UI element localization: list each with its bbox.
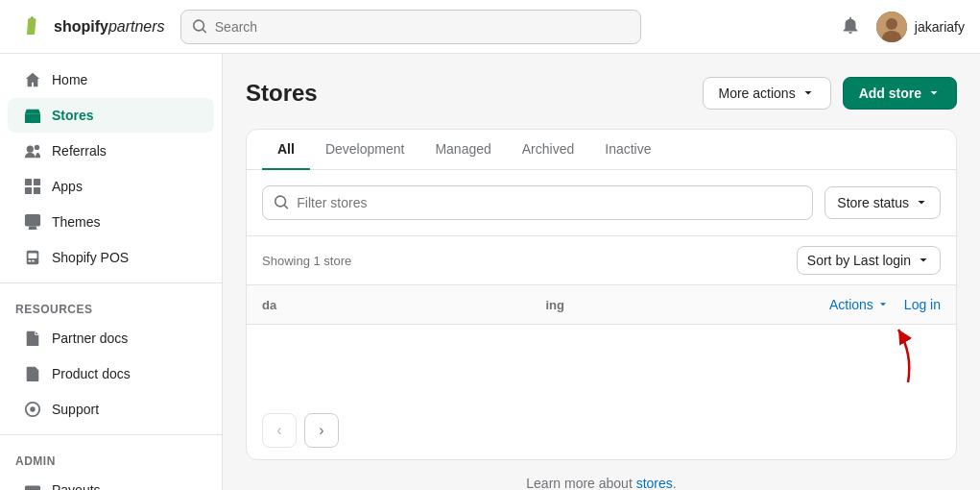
notification-bell-icon[interactable] xyxy=(840,14,861,38)
layout: Home Stores Referrals Apps Themes xyxy=(0,54,980,490)
sidebar-item-home[interactable]: Home xyxy=(8,62,214,97)
page-title: Stores xyxy=(246,80,318,107)
annotation-arrow-svg xyxy=(822,315,937,392)
footer-text: Learn more about stores. xyxy=(246,460,957,490)
tabs-bar: All Development Managed Archived Inactiv… xyxy=(247,130,956,170)
add-store-button[interactable]: Add store xyxy=(843,77,957,110)
stores-link[interactable]: stores xyxy=(636,476,673,490)
sidebar-label-themes: Themes xyxy=(52,214,101,230)
apps-icon xyxy=(23,177,42,196)
more-actions-button[interactable]: More actions xyxy=(703,77,831,110)
sidebar-item-shopify-pos[interactable]: Shopify POS xyxy=(8,240,214,275)
svg-rect-19 xyxy=(25,486,40,491)
showing-label: Showing 1 store xyxy=(262,254,351,268)
topnav-right: jakariafy xyxy=(840,12,965,42)
sidebar-label-partner-docs: Partner docs xyxy=(52,331,128,346)
logo: shopifypartners xyxy=(15,12,165,42)
tab-all[interactable]: All xyxy=(262,130,310,170)
sidebar-divider-1 xyxy=(0,282,222,283)
sidebar-item-product-docs[interactable]: Product docs xyxy=(8,356,214,391)
sidebar-label-stores: Stores xyxy=(52,108,94,123)
sidebar-label-pos: Shopify POS xyxy=(52,250,129,265)
svg-point-18 xyxy=(30,406,35,411)
docs-icon xyxy=(23,329,42,348)
stores-card: All Development Managed Archived Inactiv… xyxy=(246,129,957,460)
sidebar-item-referrals[interactable]: Referrals xyxy=(8,134,214,168)
svg-point-6 xyxy=(27,146,34,153)
page-header-actions: More actions Add store xyxy=(703,77,958,110)
svg-rect-11 xyxy=(34,187,40,194)
sidebar-item-themes[interactable]: Themes xyxy=(8,205,214,239)
main-content: Stores More actions Add store All Develo… xyxy=(223,54,980,490)
pagination-prev-button[interactable]: ‹ xyxy=(262,413,297,448)
store-status-button[interactable]: Store status xyxy=(825,186,941,219)
sidebar-label-home: Home xyxy=(52,72,87,87)
svg-point-7 xyxy=(35,145,39,150)
page-header: Stores More actions Add store xyxy=(246,77,957,110)
product-docs-icon xyxy=(23,364,42,383)
pos-icon xyxy=(23,248,42,267)
arrow-annotation xyxy=(247,325,956,402)
filter-search-icon xyxy=(275,195,289,210)
svg-rect-9 xyxy=(34,179,40,185)
svg-rect-8 xyxy=(25,179,32,185)
svg-rect-10 xyxy=(25,187,32,194)
logo-text: shopifypartners xyxy=(54,18,165,36)
log-in-button[interactable]: Log in xyxy=(904,297,941,312)
sidebar-item-payouts[interactable]: Payouts xyxy=(8,473,214,490)
resources-section-label: Resources xyxy=(0,291,222,320)
sidebar-item-support[interactable]: Support xyxy=(8,392,214,427)
home-icon xyxy=(23,70,42,89)
actions-chevron-icon xyxy=(877,299,889,310)
sort-row: Showing 1 store Sort by Last login xyxy=(247,236,956,285)
referrals-icon xyxy=(23,141,42,160)
search-icon xyxy=(193,19,207,35)
sidebar-item-partner-docs[interactable]: Partner docs xyxy=(8,321,214,355)
col-actions-header: Actions Log in xyxy=(829,297,941,312)
sort-chevron-icon xyxy=(917,254,930,267)
sort-select[interactable]: Sort by Last login xyxy=(797,246,941,275)
sidebar: Home Stores Referrals Apps Themes xyxy=(0,54,223,490)
sidebar-label-support: Support xyxy=(52,402,99,417)
add-store-chevron-icon xyxy=(927,86,941,100)
sidebar-item-stores[interactable]: Stores xyxy=(8,98,214,133)
tab-managed[interactable]: Managed xyxy=(419,130,506,170)
avatar[interactable]: jakariafy xyxy=(876,12,965,42)
svg-rect-16 xyxy=(32,260,35,262)
sidebar-label-referrals: Referrals xyxy=(52,143,107,159)
search-input[interactable] xyxy=(215,19,629,35)
sidebar-divider-2 xyxy=(0,434,222,435)
svg-point-2 xyxy=(886,18,897,30)
tab-development[interactable]: Development xyxy=(310,130,420,170)
payouts-icon xyxy=(23,480,42,490)
store-status-chevron-icon xyxy=(915,196,928,209)
topnav: shopifypartners jakariafy xyxy=(0,0,980,54)
pagination-next-button[interactable]: › xyxy=(304,413,339,448)
svg-rect-14 xyxy=(29,254,37,258)
avatar-image xyxy=(876,12,907,42)
col-da-header: da xyxy=(262,298,545,312)
themes-icon xyxy=(23,212,42,232)
svg-rect-5 xyxy=(30,116,35,123)
table-header: da ing Actions Log in xyxy=(247,285,956,325)
filter-stores-input[interactable] xyxy=(297,195,801,210)
shopify-bag-icon xyxy=(15,12,46,42)
svg-rect-12 xyxy=(25,214,40,227)
filter-input-wrap[interactable] xyxy=(262,185,813,220)
pagination-row: ‹ › xyxy=(247,402,956,459)
actions-button[interactable]: Actions xyxy=(829,297,889,312)
chevron-down-icon xyxy=(801,86,815,100)
filter-row: Store status xyxy=(247,170,956,236)
tab-archived[interactable]: Archived xyxy=(507,130,589,170)
svg-rect-15 xyxy=(29,260,32,262)
sidebar-label-payouts: Payouts xyxy=(52,482,101,490)
sidebar-label-product-docs: Product docs xyxy=(52,366,131,381)
col-ing-header: ing xyxy=(545,298,828,312)
admin-section-label: Admin xyxy=(0,443,222,472)
search-bar[interactable] xyxy=(180,10,641,44)
store-icon xyxy=(23,106,42,125)
sidebar-label-apps: Apps xyxy=(52,179,83,194)
username-label: jakariafy xyxy=(915,19,965,35)
sidebar-item-apps[interactable]: Apps xyxy=(8,169,214,204)
tab-inactive[interactable]: Inactive xyxy=(589,130,666,170)
